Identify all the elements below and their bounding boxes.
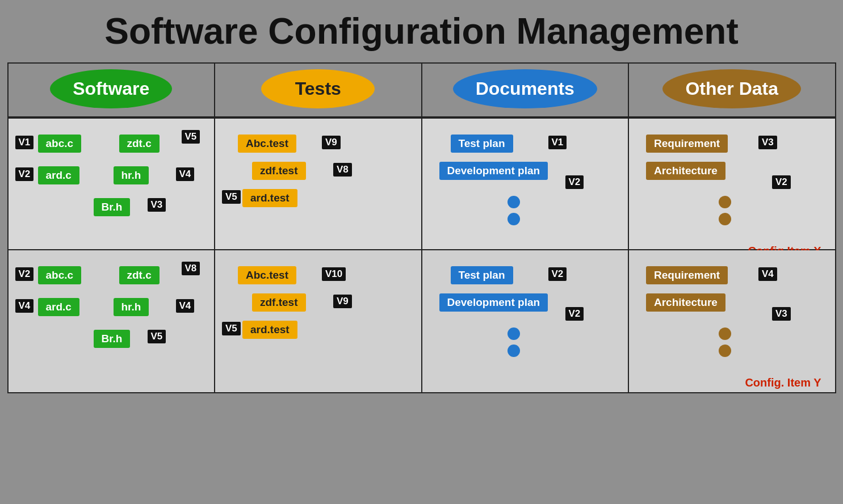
sw-br-h: Br.h — [94, 198, 131, 216]
docs-row2-cell: Test plan V2 Development plan V2 — [422, 250, 629, 393]
test-v5-badge: V5 — [222, 190, 241, 204]
col-other: Other Data — [628, 63, 836, 118]
sw-abc-c-r2: abc.c — [38, 266, 82, 284]
sw-br-h-r2: Br.h — [94, 330, 131, 348]
test-abc-test-r2: Abc.test — [238, 266, 296, 284]
doc-devplan-r1: Development plan — [439, 162, 548, 180]
other-ellipse: Other Data — [662, 69, 801, 108]
docs-row1-cell: Test plan V1 Development plan V2 — [422, 118, 629, 250]
sw-v4-badge: V4 — [176, 167, 195, 181]
tests-row2-area: Abc.test V10 zdf.test V9 V5 ard.test — [221, 261, 416, 374]
col-documents: Documents — [422, 63, 629, 118]
sw-abc-c: abc.c — [38, 135, 82, 153]
doc-devplan-r2: Development plan — [439, 293, 548, 312]
other-row2-area: Requirement V4 Architecture V3 — [635, 261, 829, 374]
col-tests: Tests — [215, 63, 422, 118]
test-zdf-test-r1: zdf.test — [252, 162, 306, 180]
tests-ellipse: Tests — [261, 69, 375, 108]
sw-ard-c-r2: ard.c — [38, 298, 79, 316]
other-dots-r1 — [719, 196, 731, 225]
other-v4-badge: V4 — [758, 267, 777, 281]
test-ard-test-r2: ard.test — [242, 321, 297, 339]
other-requirement-r2: Requirement — [646, 266, 728, 284]
sw-hr-h: hr.h — [114, 166, 149, 184]
software-row2-cell: V2 abc.c zdt.c V8 V4 ard.c hr.h V4 Br.h … — [8, 250, 215, 393]
other-v3-badge-r2: V3 — [772, 307, 791, 321]
other-requirement-r1: Requirement — [646, 135, 728, 153]
sw-v1-badge: V1 — [15, 136, 34, 149]
main-table: Software Tests Documents Other Data — [7, 62, 836, 393]
other-arch-r2: Architecture — [646, 293, 725, 312]
software-row1-cell: V1 abc.c zdt.c V5 V2 ard.c hr.h — [8, 118, 215, 250]
other-v2-badge: V2 — [772, 175, 791, 189]
other-dots-r2 — [719, 327, 731, 357]
sw-v2-badge-r2: V2 — [15, 267, 34, 281]
software-row2-area: V2 abc.c zdt.c V8 V4 ard.c hr.h V4 Br.h … — [14, 261, 209, 374]
tests-row1-area: Abc.test V9 zdf.test V8 V5 ard.test — [221, 129, 416, 242]
test-ard-test-r1: ard.test — [242, 189, 297, 207]
doc-v1-badge: V1 — [548, 136, 567, 149]
doc-v2-badge: V2 — [565, 175, 584, 189]
sw-v3-badge: V3 — [148, 198, 166, 212]
doc-dots-r1 — [508, 196, 520, 225]
sw-zdt-c: zdt.c — [119, 135, 160, 153]
tests-row2-cell: Abc.test V10 zdf.test V9 V5 ard.test — [215, 250, 422, 393]
test-v5-badge-r2: V5 — [222, 322, 241, 335]
tests-row1-cell: Abc.test V9 zdf.test V8 V5 ard.test — [215, 118, 422, 250]
sw-hr-h-r2: hr.h — [114, 298, 149, 316]
doc-dots-r2 — [508, 327, 520, 357]
sw-zdt-c-r2: zdt.c — [119, 266, 160, 284]
doc-v2-badge-r2: V2 — [548, 267, 567, 281]
test-abc-test-r1: Abc.test — [238, 135, 296, 153]
other-v3-badge: V3 — [758, 136, 777, 149]
software-ellipse: Software — [50, 69, 172, 108]
sw-v5-badge: V5 — [182, 130, 200, 144]
page-title: Software Configuration Management — [0, 0, 843, 62]
sw-v4-badge-r2b: V4 — [176, 299, 195, 313]
test-v8-badge: V8 — [333, 163, 352, 177]
other-arch-r1: Architecture — [646, 162, 725, 180]
sw-v4-badge-r2a: V4 — [15, 299, 34, 313]
other-row1-cell: Requirement V3 Architecture V2 Conf — [628, 118, 836, 250]
sw-v2-badge: V2 — [15, 167, 34, 181]
other-row1-area: Requirement V3 Architecture V2 — [635, 129, 829, 242]
documents-ellipse: Documents — [453, 69, 597, 108]
sw-v8-badge-r2: V8 — [182, 262, 200, 275]
doc-testplan-r1: Test plan — [451, 135, 513, 153]
software-row1-area: V1 abc.c zdt.c V5 V2 ard.c hr.h — [14, 129, 209, 242]
test-v9-badge: V9 — [322, 136, 341, 149]
test-v9-badge-r2: V9 — [333, 295, 352, 308]
doc-testplan-r2: Test plan — [451, 266, 513, 284]
config-label-y: Config. Item Y — [635, 374, 829, 394]
docs-row2-area: Test plan V2 Development plan V2 — [428, 261, 623, 374]
doc-v2-badge-r2b: V2 — [565, 307, 584, 321]
other-row2-cell: Requirement V4 Architecture V3 Config. I… — [628, 250, 836, 393]
col-software: Software — [8, 63, 215, 118]
test-zdf-test-r2: zdf.test — [252, 293, 306, 312]
docs-row1-area: Test plan V1 Development plan V2 — [428, 129, 623, 242]
sw-v5-badge-r2: V5 — [148, 330, 166, 343]
test-v10-badge: V10 — [322, 267, 346, 281]
sw-ard-c: ard.c — [38, 166, 79, 184]
